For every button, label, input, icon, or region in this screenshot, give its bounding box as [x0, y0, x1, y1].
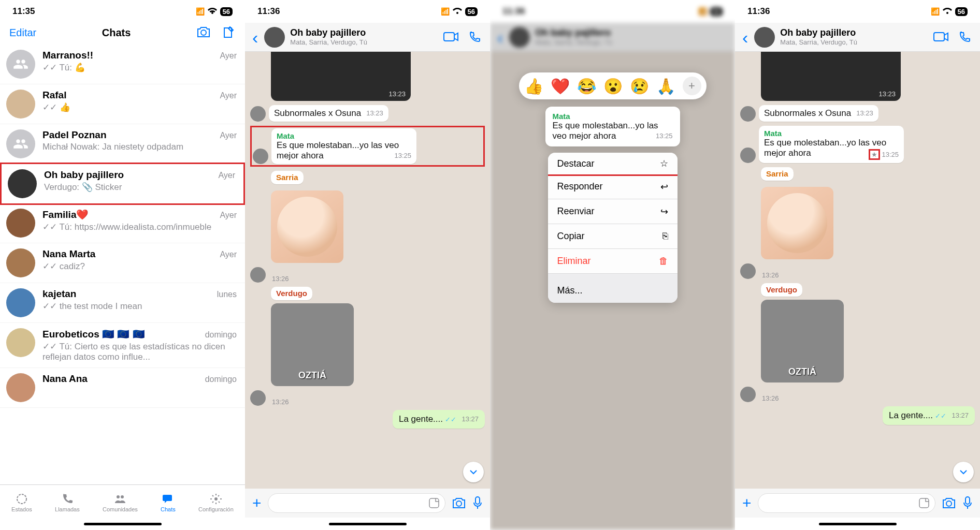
media-message[interactable]: 13:23 — [761, 52, 901, 101]
call-icon[interactable] — [958, 31, 971, 43]
message-row[interactable]: Subnormales x Osuna13:23 — [740, 105, 975, 122]
chat-item[interactable]: Padel PoznanAyer Michał Nowak: Ja nieste… — [0, 124, 245, 164]
avatar — [6, 373, 35, 402]
message-list[interactable]: 13:23 Subnormales x Osuna13:23 MataEs qu… — [735, 52, 980, 489]
outgoing-message[interactable]: La gente.... 13:27 ✓✓ — [740, 406, 975, 425]
reaction-heart[interactable]: ❤️ — [551, 77, 570, 95]
mic-icon[interactable] — [472, 496, 483, 510]
compose-icon[interactable] — [222, 26, 236, 39]
chat-time: domingo — [205, 330, 237, 340]
reaction-more[interactable]: + — [683, 77, 701, 95]
svg-rect-10 — [919, 498, 929, 508]
message-row[interactable]: Verdugo OZTIÁ — [271, 287, 485, 386]
chat-name: Padel Poznan — [42, 129, 107, 141]
svg-point-2 — [117, 495, 120, 498]
chat-item[interactable]: Marranos!!Ayer ✓✓ Tú: 💪 — [0, 45, 245, 84]
message-input[interactable] — [758, 493, 935, 513]
signal-icon: 📶 — [441, 7, 450, 16]
reaction-thumbs-up[interactable]: 👍 — [524, 77, 543, 95]
avatar — [253, 149, 268, 164]
message-row[interactable]: Sarria — [271, 171, 485, 263]
sticker-image[interactable]: OZTIÁ — [271, 303, 354, 386]
reaction-sad[interactable]: 😢 — [630, 77, 649, 95]
tab-estados[interactable]: Estados — [11, 493, 32, 512]
message-text: Es que molestaban...yo las veo mejor aho… — [553, 121, 658, 141]
video-call-icon[interactable] — [443, 31, 459, 43]
chat-time: Ayer — [218, 171, 235, 180]
sticker-image[interactable]: OZTIÁ — [761, 300, 844, 382]
chat-item-highlighted[interactable]: Oh baby pajilleroAyer Verdugo: 📎 Sticker — [0, 163, 245, 205]
screen-chat-starred: 11:36 📶56 ‹ Oh baby pajilleroMata, Sarri… — [735, 0, 980, 530]
chat-item[interactable]: Nana Anadomingo — [0, 368, 245, 408]
reaction-wow[interactable]: 😮 — [603, 77, 623, 95]
avatar — [754, 27, 775, 48]
reaction-laugh[interactable]: 😂 — [577, 77, 596, 95]
tab-config[interactable]: Configuración — [198, 493, 234, 512]
message-row-highlighted[interactable]: MataEs que molestaban...yo las veo mejor… — [250, 126, 485, 167]
chat-item[interactable]: RafalAyer ✓✓ 👍 — [0, 84, 245, 124]
message-time: 13:26 — [762, 394, 779, 402]
chat-time: Ayer — [220, 250, 237, 259]
screen-chat-list: 11:35 📶 56 Editar Chats Marranos!!Ayer ✓… — [0, 0, 245, 530]
edit-button[interactable]: Editar — [9, 27, 36, 39]
outgoing-message[interactable]: La gente.... 13:27 ✓✓ — [250, 410, 485, 429]
chat-name: Rafal — [42, 90, 66, 101]
message-list[interactable]: 13:23 Subnormales x Osuna13:23 MataEs qu… — [245, 52, 490, 489]
chat-name: Oh baby pajillero — [44, 169, 124, 181]
message-row[interactable]: Verdugo OZTIÁ — [761, 283, 975, 382]
back-button[interactable]: ‹ — [249, 28, 261, 46]
chat-item[interactable]: Eurobeticos 🇪🇺 🇪🇺 🇪🇺domingo ✓✓ Tú: Ciert… — [0, 323, 245, 368]
attach-button[interactable]: + — [252, 494, 262, 512]
home-indicator — [245, 518, 490, 530]
chat-item[interactable]: kajetanlunes ✓✓ the test mode I mean — [0, 283, 245, 323]
chat-item[interactable]: Nana MartaAyer ✓✓ cadiz? — [0, 243, 245, 283]
message-text: Subnormales x Osuna — [274, 108, 361, 118]
battery-icon: 56 — [465, 7, 478, 16]
back-button[interactable]: ‹ — [739, 28, 751, 46]
chat-preview: ✓✓ the test mode I mean — [42, 301, 237, 312]
svg-rect-5 — [444, 33, 454, 41]
chat-title-group[interactable]: Oh baby pajilleroMata, Sarria, Verdugo, … — [754, 27, 930, 48]
selected-message: Mata Es que molestaban...yo las veo mejo… — [545, 107, 680, 146]
tab-comunidades[interactable]: Comunidades — [103, 493, 138, 512]
sticker-icon[interactable] — [428, 497, 440, 509]
scroll-down-button[interactable] — [463, 462, 484, 482]
message-time: 13:27 — [952, 411, 969, 419]
tab-llamadas[interactable]: Llamadas — [55, 493, 80, 512]
message-row-starred[interactable]: MataEs que molestaban...yo las veo mejor… — [740, 126, 975, 163]
tab-chats[interactable]: Chats — [161, 493, 176, 512]
chat-title-group[interactable]: Oh baby pajilleroMata, Sarria, Verdugo, … — [264, 27, 440, 48]
menu-eliminar[interactable]: Eliminar🗑 — [548, 249, 678, 274]
attach-button[interactable]: + — [742, 494, 752, 512]
read-ticks-icon: ✓✓ — [935, 412, 946, 420]
menu-copiar[interactable]: Copiar⎘ — [548, 224, 678, 249]
sticker-icon[interactable] — [918, 497, 930, 509]
chat-item[interactable]: Familia❤️Ayer ✓✓ Tú: https://www.idealis… — [0, 203, 245, 243]
message-input[interactable] — [268, 493, 445, 513]
menu-mas[interactable]: Más... — [548, 278, 678, 303]
menu-reenviar[interactable]: Reenviar↪ — [548, 199, 678, 224]
context-overlay: 👍 ❤️ 😂 😮 😢 🙏 + Mata Es que molestaban...… — [490, 0, 735, 530]
status-time: 11:36 — [747, 6, 770, 17]
chat-time: domingo — [205, 375, 237, 384]
avatar — [6, 50, 35, 79]
camera-icon[interactable] — [942, 497, 956, 509]
menu-responder[interactable]: Responder↩ — [548, 174, 678, 199]
camera-icon[interactable] — [452, 497, 466, 509]
call-icon[interactable] — [468, 31, 481, 43]
scroll-down-button[interactable] — [953, 462, 974, 482]
camera-icon[interactable] — [196, 26, 211, 39]
media-message[interactable]: 13:23 — [271, 52, 411, 101]
chat-name: Eurobeticos 🇪🇺 🇪🇺 🇪🇺 — [42, 328, 145, 340]
menu-destacar[interactable]: Destacar☆ — [548, 153, 678, 176]
reaction-pray[interactable]: 🙏 — [656, 77, 675, 95]
sticker-image[interactable] — [761, 187, 833, 259]
video-call-icon[interactable] — [933, 31, 949, 43]
message-time: 13:26 — [762, 271, 779, 279]
message-row[interactable]: Subnormales x Osuna13:23 — [250, 105, 485, 122]
sticker-image[interactable] — [271, 190, 343, 263]
mic-icon[interactable] — [962, 496, 973, 510]
message-row[interactable]: Sarria — [761, 167, 975, 259]
status-time: 11:35 — [12, 6, 35, 17]
status-bar: 11:35 📶 56 — [0, 0, 245, 23]
